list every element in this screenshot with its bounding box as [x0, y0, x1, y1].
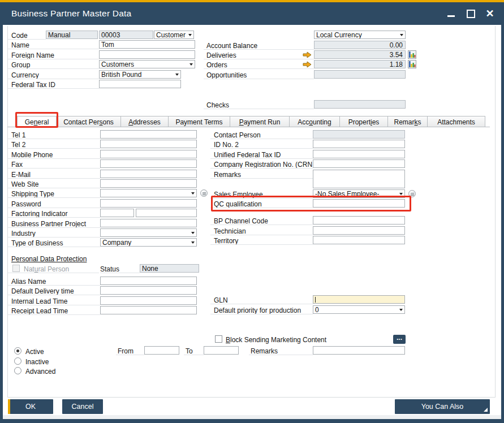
type-of-business-row: Type of BusinessCompany [8, 238, 207, 248]
qc-qualification-row: QC qualification [210, 199, 416, 209]
titlebar: Business Partner Master Data ✕ [0, 2, 504, 25]
technician-row: Technician [210, 226, 416, 236]
code-number-input[interactable]: 00003 [99, 31, 153, 39]
natural-person-label: Natural Person [24, 265, 69, 273]
mobile-phone-row: Mobile Phone [8, 150, 207, 159]
remarks-input[interactable] [313, 170, 405, 188]
tab-properties[interactable]: Properties [339, 116, 388, 127]
name-input[interactable]: Tom [99, 40, 195, 49]
id-no-2-input[interactable] [313, 140, 405, 148]
federal-tax-id-label: Federal Tax ID [8, 80, 99, 89]
qc-qualification-input[interactable] [313, 199, 405, 208]
orange-link-arrow-icon[interactable] [303, 51, 312, 58]
advanced-radio[interactable] [14, 367, 21, 374]
inactive-radio-row: Inactive [0, 357, 504, 365]
local-currency-combo[interactable]: Local Currency [314, 31, 406, 39]
code-series-input[interactable]: Manual [46, 31, 98, 39]
code-type-combo[interactable]: Customer [154, 31, 194, 39]
tel2-input[interactable] [100, 140, 197, 148]
id-no-2-row: ID No. 2 [210, 140, 416, 149]
tab-general[interactable]: General [17, 116, 57, 127]
unified-federal-tax-id-input[interactable] [313, 150, 405, 158]
web-site-input[interactable] [100, 179, 197, 188]
default-delivery-time-input[interactable] [100, 286, 197, 295]
contact-person-field[interactable] [313, 130, 405, 139]
tab-contact-persons[interactable]: Contact Persons [56, 116, 121, 127]
maximize-icon[interactable] [464, 7, 477, 20]
minimize-icon[interactable] [445, 7, 458, 20]
tab-addresses[interactable]: Addresses [120, 116, 169, 127]
group-combo[interactable]: Customers [99, 60, 195, 68]
ok-button[interactable]: OK [8, 399, 53, 414]
web-site-row: Web Site [8, 179, 207, 189]
technician-input[interactable] [313, 226, 405, 235]
status-label: Status [100, 264, 140, 273]
account-balance-label: Account Balance [204, 41, 314, 50]
advanced-radio-label: Advanced [25, 368, 55, 375]
bar-chart-icon[interactable] [408, 50, 416, 59]
bp-channel-code-input[interactable] [313, 216, 405, 225]
choose-from-list-icon[interactable] [408, 190, 416, 197]
currency-combo[interactable]: British Pound [99, 70, 181, 79]
orange-link-arrow-icon[interactable] [303, 61, 312, 68]
territory-input[interactable] [313, 236, 405, 244]
orders-value: 1.18 [314, 60, 406, 68]
inactive-radio[interactable] [14, 357, 21, 365]
general-left-column: Tel 1Tel 2Mobile PhoneFaxE-MailWeb SiteS… [8, 130, 207, 250]
you-can-also-button[interactable]: You Can Also [395, 399, 490, 414]
close-icon[interactable]: ✕ [484, 7, 496, 20]
company-registration-no-input[interactable] [313, 159, 405, 168]
dropdown-arrow-icon [400, 34, 403, 36]
block-marketing-checkbox[interactable] [215, 335, 222, 343]
shipping-type-combo[interactable] [100, 189, 197, 197]
cancel-button[interactable]: Cancel [62, 399, 103, 414]
alias-name-input[interactable] [100, 277, 197, 285]
internal-lead-time-input[interactable] [100, 296, 197, 305]
foreign-name-input[interactable] [99, 50, 195, 59]
tab-payment-run[interactable]: Payment Run [230, 116, 290, 127]
active-radio-label: Active [25, 348, 44, 356]
active-radio[interactable] [14, 347, 21, 355]
personal-data-rows: Alias NameDefault Delivery timeInternal … [8, 277, 207, 317]
choose-from-list-icon[interactable] [200, 189, 208, 197]
federal-tax-id-input[interactable] [99, 80, 181, 88]
tel1-input[interactable] [100, 130, 197, 139]
territory-row: Territory [210, 236, 416, 245]
priority-combo[interactable]: 0 [313, 305, 405, 314]
tab-payment-terms[interactable]: Payment Terms [168, 116, 230, 127]
fax-label: Fax [8, 159, 100, 169]
receipt-lead-time-input[interactable] [100, 306, 197, 314]
factoring-indicator-input-1[interactable] [100, 209, 134, 217]
type-of-business-combo[interactable]: Company [100, 238, 197, 247]
shipping-type-row: Shipping Type [8, 189, 207, 198]
natural-person-checkbox[interactable] [12, 265, 20, 272]
type-of-business-value: Company [102, 239, 131, 247]
sales-employee-combo[interactable]: -No Sales Employee- [313, 189, 405, 198]
name-label: Name [8, 40, 99, 49]
tab-attachments[interactable]: Attachments [427, 116, 485, 127]
industry-combo[interactable] [100, 228, 197, 237]
email-input[interactable] [100, 170, 197, 178]
password-input[interactable] [100, 199, 197, 208]
more-options-button[interactable]: ... [393, 335, 406, 344]
gln-input[interactable] [313, 295, 405, 304]
business-partner-project-input[interactable] [100, 219, 197, 227]
dropdown-arrow-icon [399, 193, 403, 195]
web-site-label: Web Site [8, 179, 100, 188]
mobile-phone-input[interactable] [100, 150, 197, 158]
deliveries-value: 3.54 [314, 50, 406, 59]
default-delivery-time-row: Default Delivery time [8, 286, 207, 296]
foreign-name-label: Foreign Name [8, 50, 99, 59]
tel2-row: Tel 2 [8, 140, 207, 149]
dropdown-arrow-icon [399, 309, 403, 311]
dropdown-arrow-icon [189, 63, 193, 66]
tab-remarks[interactable]: Remarks [387, 116, 428, 127]
company-registration-no-row: Company Registration No. (CRN [210, 159, 416, 169]
tab-accounting[interactable]: Accounting [289, 116, 340, 127]
bar-chart-icon[interactable] [408, 60, 416, 68]
factoring-indicator-input-2[interactable] [136, 209, 197, 217]
factoring-indicator-label: Factoring Indicator [8, 209, 100, 218]
local-currency-value: Local Currency [316, 31, 362, 39]
checks-value [314, 100, 406, 109]
fax-input[interactable] [100, 159, 197, 168]
